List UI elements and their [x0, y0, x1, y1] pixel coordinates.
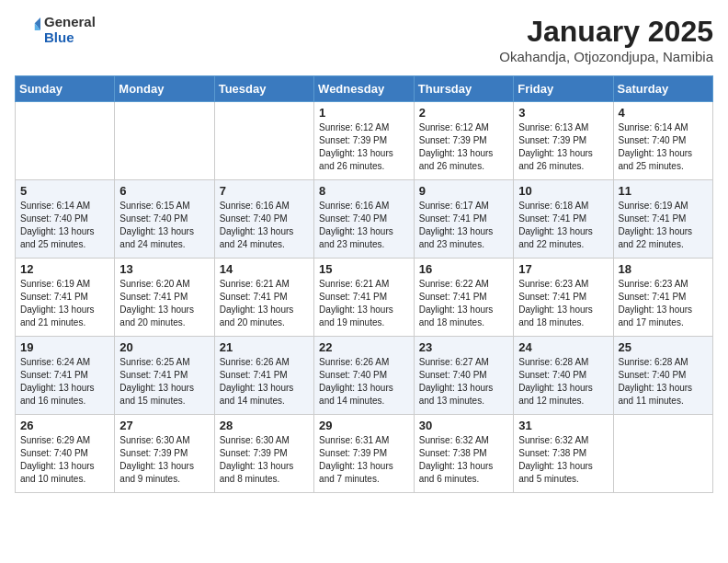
calendar-cell: 23Sunrise: 6:27 AMSunset: 7:40 PMDayligh… — [414, 337, 513, 415]
title-block: January 2025 Okahandja, Otjozondjupa, Na… — [499, 15, 713, 64]
calendar-cell: 26Sunrise: 6:29 AMSunset: 7:40 PMDayligh… — [16, 415, 115, 493]
day-number: 13 — [119, 262, 209, 276]
day-number: 23 — [419, 340, 508, 354]
day-number: 3 — [518, 106, 608, 120]
calendar-cell: 20Sunrise: 6:25 AMSunset: 7:41 PMDayligh… — [115, 337, 214, 415]
day-info: Sunrise: 6:17 AMSunset: 7:41 PMDaylight:… — [419, 200, 508, 251]
day-number: 27 — [119, 419, 209, 432]
day-info: Sunrise: 6:30 AMSunset: 7:39 PMDaylight:… — [220, 434, 309, 486]
calendar-cell: 14Sunrise: 6:21 AMSunset: 7:41 PMDayligh… — [214, 259, 313, 337]
calendar-cell: 2Sunrise: 6:12 AMSunset: 7:39 PMDaylight… — [414, 102, 513, 180]
day-number: 8 — [319, 184, 409, 198]
day-info: Sunrise: 6:24 AMSunset: 7:41 PMDaylight:… — [20, 356, 109, 408]
calendar-cell: 9Sunrise: 6:17 AMSunset: 7:41 PMDaylight… — [414, 180, 513, 259]
day-number: 20 — [119, 340, 209, 354]
day-info: Sunrise: 6:23 AMSunset: 7:41 PMDaylight:… — [619, 278, 709, 329]
weekday-header-wednesday: Wednesday — [314, 76, 415, 102]
day-info: Sunrise: 6:26 AMSunset: 7:40 PMDaylight:… — [319, 356, 409, 408]
logo-blue: Blue — [44, 30, 96, 46]
day-info: Sunrise: 6:12 AMSunset: 7:39 PMDaylight:… — [419, 121, 508, 173]
calendar-week-row: 12Sunrise: 6:19 AMSunset: 7:41 PMDayligh… — [16, 259, 713, 337]
day-info: Sunrise: 6:16 AMSunset: 7:40 PMDaylight:… — [220, 200, 309, 251]
day-info: Sunrise: 6:26 AMSunset: 7:41 PMDaylight:… — [220, 356, 309, 408]
day-info: Sunrise: 6:15 AMSunset: 7:40 PMDaylight:… — [119, 200, 209, 251]
day-info: Sunrise: 6:27 AMSunset: 7:40 PMDaylight:… — [419, 356, 508, 408]
calendar-cell: 30Sunrise: 6:32 AMSunset: 7:38 PMDayligh… — [414, 415, 513, 493]
calendar-cell: 15Sunrise: 6:21 AMSunset: 7:41 PMDayligh… — [314, 259, 415, 337]
day-info: Sunrise: 6:23 AMSunset: 7:41 PMDaylight:… — [518, 278, 608, 329]
day-number: 5 — [20, 184, 109, 198]
calendar-week-row: 1Sunrise: 6:12 AMSunset: 7:39 PMDaylight… — [16, 102, 713, 180]
day-info: Sunrise: 6:29 AMSunset: 7:40 PMDaylight:… — [20, 434, 109, 486]
day-number: 18 — [619, 262, 709, 276]
location: Okahandja, Otjozondjupa, Namibia — [499, 49, 713, 64]
calendar-cell: 29Sunrise: 6:31 AMSunset: 7:39 PMDayligh… — [314, 415, 415, 493]
day-info: Sunrise: 6:28 AMSunset: 7:40 PMDaylight:… — [518, 356, 608, 408]
calendar-cell: 7Sunrise: 6:16 AMSunset: 7:40 PMDaylight… — [214, 180, 313, 259]
day-number: 12 — [20, 262, 109, 276]
calendar-cell — [16, 102, 115, 180]
logo-general: General — [44, 15, 96, 30]
calendar-cell: 24Sunrise: 6:28 AMSunset: 7:40 PMDayligh… — [514, 337, 613, 415]
weekday-header-friday: Friday — [514, 76, 613, 102]
day-info: Sunrise: 6:22 AMSunset: 7:41 PMDaylight:… — [419, 278, 508, 329]
calendar-cell: 11Sunrise: 6:19 AMSunset: 7:41 PMDayligh… — [613, 180, 713, 259]
weekday-header-monday: Monday — [115, 76, 214, 102]
day-info: Sunrise: 6:19 AMSunset: 7:41 PMDaylight:… — [20, 278, 109, 329]
day-info: Sunrise: 6:30 AMSunset: 7:39 PMDaylight:… — [119, 434, 209, 486]
calendar-cell — [613, 415, 713, 493]
calendar-cell: 28Sunrise: 6:30 AMSunset: 7:39 PMDayligh… — [214, 415, 313, 493]
logo-icon — [15, 17, 40, 43]
page-header: General Blue January 2025 Okahandja, Otj… — [15, 15, 713, 64]
logo-text: General Blue — [44, 15, 96, 45]
calendar-table: SundayMondayTuesdayWednesdayThursdayFrid… — [15, 75, 713, 493]
calendar-week-row: 5Sunrise: 6:14 AMSunset: 7:40 PMDaylight… — [16, 180, 713, 259]
calendar-cell: 19Sunrise: 6:24 AMSunset: 7:41 PMDayligh… — [16, 337, 115, 415]
day-number: 10 — [518, 184, 608, 198]
day-number: 21 — [220, 340, 309, 354]
day-number: 11 — [619, 184, 709, 198]
calendar-cell: 17Sunrise: 6:23 AMSunset: 7:41 PMDayligh… — [514, 259, 613, 337]
day-number: 1 — [319, 106, 409, 120]
day-info: Sunrise: 6:25 AMSunset: 7:41 PMDaylight:… — [119, 356, 209, 408]
calendar-week-row: 26Sunrise: 6:29 AMSunset: 7:40 PMDayligh… — [16, 415, 713, 493]
day-number: 2 — [419, 106, 508, 120]
calendar-cell: 6Sunrise: 6:15 AMSunset: 7:40 PMDaylight… — [115, 180, 214, 259]
calendar-cell: 25Sunrise: 6:28 AMSunset: 7:40 PMDayligh… — [613, 337, 713, 415]
day-number: 26 — [20, 419, 109, 432]
calendar-cell: 12Sunrise: 6:19 AMSunset: 7:41 PMDayligh… — [16, 259, 115, 337]
calendar-cell — [214, 102, 313, 180]
day-info: Sunrise: 6:21 AMSunset: 7:41 PMDaylight:… — [319, 278, 409, 329]
day-number: 31 — [518, 419, 608, 432]
day-number: 25 — [619, 340, 709, 354]
day-info: Sunrise: 6:13 AMSunset: 7:39 PMDaylight:… — [518, 121, 608, 173]
calendar-cell: 4Sunrise: 6:14 AMSunset: 7:40 PMDaylight… — [613, 102, 713, 180]
day-info: Sunrise: 6:18 AMSunset: 7:41 PMDaylight:… — [518, 200, 608, 251]
day-number: 17 — [518, 262, 608, 276]
calendar-cell: 18Sunrise: 6:23 AMSunset: 7:41 PMDayligh… — [613, 259, 713, 337]
calendar-cell — [115, 102, 214, 180]
day-number: 22 — [319, 340, 409, 354]
day-number: 29 — [319, 419, 409, 432]
calendar-week-row: 19Sunrise: 6:24 AMSunset: 7:41 PMDayligh… — [16, 337, 713, 415]
day-info: Sunrise: 6:31 AMSunset: 7:39 PMDaylight:… — [319, 434, 409, 486]
day-number: 7 — [220, 184, 309, 198]
weekday-header-row: SundayMondayTuesdayWednesdayThursdayFrid… — [16, 76, 713, 102]
calendar-cell: 8Sunrise: 6:16 AMSunset: 7:40 PMDaylight… — [314, 180, 415, 259]
day-number: 6 — [119, 184, 209, 198]
day-info: Sunrise: 6:32 AMSunset: 7:38 PMDaylight:… — [419, 434, 508, 486]
calendar-cell: 21Sunrise: 6:26 AMSunset: 7:41 PMDayligh… — [214, 337, 313, 415]
calendar-cell: 16Sunrise: 6:22 AMSunset: 7:41 PMDayligh… — [414, 259, 513, 337]
day-info: Sunrise: 6:21 AMSunset: 7:41 PMDaylight:… — [220, 278, 309, 329]
month-title: January 2025 — [499, 15, 713, 49]
day-number: 30 — [419, 419, 508, 432]
day-number: 16 — [419, 262, 508, 276]
calendar-cell: 1Sunrise: 6:12 AMSunset: 7:39 PMDaylight… — [314, 102, 415, 180]
calendar-cell: 5Sunrise: 6:14 AMSunset: 7:40 PMDaylight… — [16, 180, 115, 259]
day-number: 9 — [419, 184, 508, 198]
day-number: 28 — [220, 419, 309, 432]
day-info: Sunrise: 6:19 AMSunset: 7:41 PMDaylight:… — [619, 200, 709, 251]
day-number: 24 — [518, 340, 608, 354]
day-number: 4 — [619, 106, 709, 120]
day-info: Sunrise: 6:32 AMSunset: 7:38 PMDaylight:… — [518, 434, 608, 486]
